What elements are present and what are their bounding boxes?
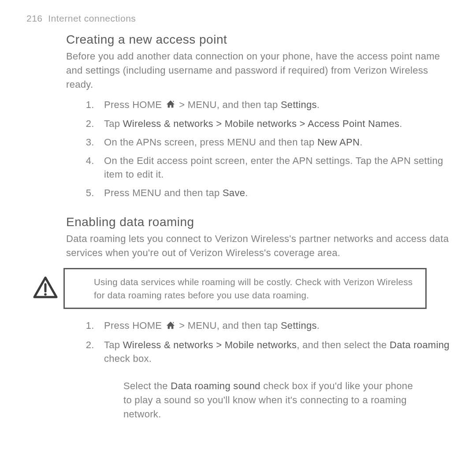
page-number: 216 bbox=[26, 13, 43, 23]
section-title-apn: Creating a new access point bbox=[66, 33, 450, 47]
step-3: On the APNs screen, press MENU and then … bbox=[97, 135, 450, 149]
warning-callout: Using data services while roaming will b… bbox=[63, 268, 427, 309]
intro-roaming: Data roaming lets you connect to Verizon… bbox=[66, 232, 450, 260]
step-1: Press HOME > MENU, and then tap Settings… bbox=[97, 98, 450, 112]
section-title-roaming: Enabling data roaming bbox=[66, 215, 450, 229]
roaming-sound-note: Select the Data roaming sound check box … bbox=[123, 379, 423, 421]
step-4: On the Edit access point screen, enter t… bbox=[97, 154, 450, 182]
roaming-step-1: Press HOME > MENU, and then tap Settings… bbox=[97, 319, 450, 333]
home-icon bbox=[166, 98, 175, 112]
warning-icon bbox=[33, 276, 58, 301]
intro-apn: Before you add another data connection o… bbox=[66, 49, 450, 92]
home-icon bbox=[166, 320, 175, 334]
svg-point-1 bbox=[44, 293, 47, 296]
page-header: 216 Internet connections bbox=[26, 13, 450, 24]
steps-list-roaming: Press HOME > MENU, and then tap Settings… bbox=[97, 319, 450, 366]
roaming-step-2: Tap Wireless & networks > Mobile network… bbox=[97, 338, 450, 366]
step-5: Press MENU and then tap Save. bbox=[97, 186, 450, 200]
steps-list-apn: Press HOME > MENU, and then tap Settings… bbox=[97, 98, 450, 201]
warning-text: Using data services while roaming will b… bbox=[73, 275, 417, 301]
step-2: Tap Wireless & networks > Mobile network… bbox=[97, 117, 450, 131]
chapter-title: Internet connections bbox=[48, 13, 136, 23]
